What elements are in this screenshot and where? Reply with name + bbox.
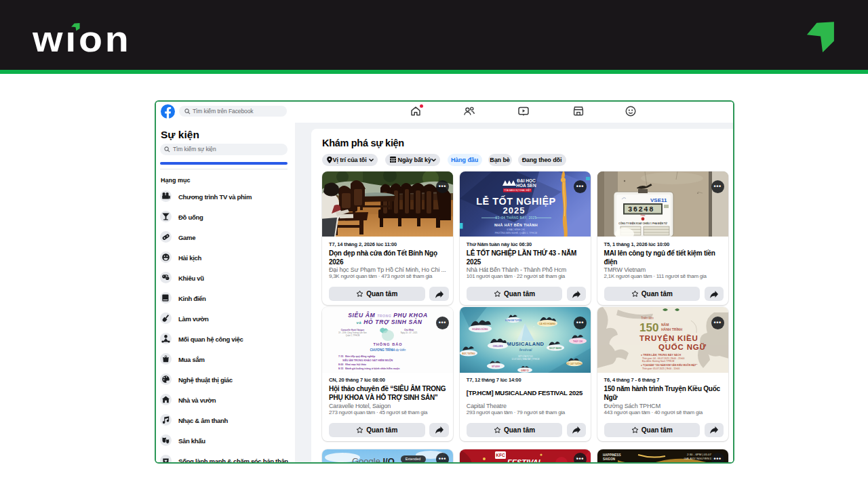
svg-text:Extended: Extended — [406, 457, 421, 461]
svg-text:Thời gian: 04 - 06.07.2025 | 9: Thời gian: 04 - 06.07.2025 | 9h00 - 21h0… — [642, 357, 685, 360]
svg-text:6 MẠC ĐĨNH CHI,: 6 MẠC ĐĨNH CHI, — [507, 227, 525, 230]
svg-text:Google I/O: Google I/O — [352, 456, 395, 464]
svg-text:THÙY CHI: THÙY CHI — [573, 340, 583, 343]
svg-text:03–04 THÁNG BẢY, 2025: 03–04 THÁNG BẢY, 2025 — [495, 215, 536, 219]
svg-text:Ngày 20 - 07 - 2025: Ngày 20 - 07 - 2025 — [401, 332, 418, 335]
svg-text:8:00 Khai mạc hội thảo: 8:00 Khai mạc hội thảo — [338, 363, 367, 366]
svg-text:MỞ CỬA TỰ DO: MỞ CỬA TỰ DO — [518, 354, 533, 358]
svg-text:QUỐC NGỮ: QUỐC NGỮ — [658, 342, 707, 351]
svg-text:VŨ CÁT TƯỜNG: VŨ CÁT TƯỜNG — [566, 362, 583, 365]
svg-text:SAIGON: SAIGON — [603, 458, 615, 461]
svg-text:BỨC TƯỜNG: BỨC TƯỜNG — [462, 352, 475, 355]
svg-text:PHƯỜNG BẾN NGHÉ, QUẬN 1, TPHCM: PHƯỜNG BẾN NGHÉ, QUẬN 1, TPHCM — [495, 230, 538, 234]
svg-text:Quận 1, TPHCM: Quận 1, TPHCM — [346, 335, 360, 338]
svg-text:150: 150 — [639, 321, 658, 334]
svg-text:NGỌT BAND: NGỌT BAND — [549, 347, 562, 350]
svg-text:MỸ ANH: MỸ ANH — [492, 365, 500, 368]
svg-text:Địa điểm: Đường Sách TPHCM: Địa điểm: Đường Sách TPHCM — [642, 360, 675, 363]
svg-text:2025: 2025 — [502, 205, 525, 215]
svg-text:NĂM: NĂM — [661, 323, 669, 327]
svg-text:Thời gian: 05.07.2025 | 9h00 -: Thời gian: 05.07.2025 | 9h00 - 11h00 — [642, 367, 680, 370]
svg-text:♪: ♪ — [533, 325, 534, 328]
svg-text:HỨA KIM TUYỀN: HỨA KIM TUYỀN — [505, 319, 521, 322]
svg-text:HOÀNG DŨNG: HOÀNG DŨNG — [472, 327, 488, 331]
svg-text:Chủ Nhật: Chủ Nhật — [404, 329, 414, 331]
svg-text:GREY D: GREY D — [521, 369, 529, 372]
svg-text:SIÊU ÂM TRONG KHẢO SÁT HIẾM MU: SIÊU ÂM TRONG KHẢO SÁT HIẾM MUỘN — [342, 359, 393, 362]
svg-text:● TRIỂN LÃM, TRƯNG BÀY SÁCH: ● TRIỂN LÃM, TRƯNG BÀY SÁCH — [641, 353, 681, 357]
svg-text:KFC: KFC — [496, 453, 505, 458]
svg-text:FESTIVAL: FESTIVAL — [507, 458, 543, 464]
svg-text:8:15 Đánh giá buồng trứng ở: 8:15 Đánh giá buồng trứng ở bệnh nhân hi… — [338, 367, 399, 370]
svg-text:CÁ HỒI HOANG: CÁ HỒI HOANG — [539, 322, 555, 325]
svg-text:Prime: Prime — [640, 214, 645, 217]
svg-text:HOA SEN: HOA SEN — [516, 183, 536, 188]
svg-text:HAPPINESS: HAPPINESS — [603, 453, 620, 457]
svg-text:HÀNH TRÌNH: HÀNH TRÌNH — [661, 327, 682, 331]
svg-text:Caravelle Hotel Saigon: Caravelle Hotel Saigon — [341, 329, 365, 331]
svg-text:TỎA SÁNG SỰ KHÁC BIỆT: TỎA SÁNG SỰ KHÁC BIỆT — [504, 188, 531, 192]
svg-text:MUSICALAND: MUSICALAND — [507, 341, 544, 347]
svg-text:36248: 36248 — [628, 205, 654, 214]
svg-text:CHƯƠNG TRÌNH dự kiến: CHƯƠNG TRÌNH dự kiến — [370, 347, 406, 352]
svg-text:TRUYỆN KIỀU: TRUYỆN KIỀU — [639, 334, 698, 343]
svg-text:7:15 Đón tiếp quý đồng nghiệ: 7:15 Đón tiếp quý đồng nghiệp — [338, 355, 376, 358]
svg-text:Triển lãm: Triển lãm — [641, 316, 654, 320]
svg-text:NHÀ HÁT BẾN THÀNH: NHÀ HÁT BẾN THÀNH — [494, 222, 538, 226]
svg-text:THÔNG BÁO: THÔNG BÁO — [373, 342, 402, 346]
svg-text:và HỖ TRỢ SINH SẢN: và HỖ TRỢ SINH SẢN — [356, 319, 422, 326]
svg-text:12.07.2025 | NHÀ HÁT | TP.: 12.07.2025 | NHÀ HÁT | TP.HCM — [511, 358, 540, 361]
svg-text:2:30 - 6PM | 05.07: 2:30 - 6PM | 05.07 — [687, 453, 711, 456]
svg-text:VSE11: VSE11 — [650, 197, 667, 203]
svg-text:● TỌA ĐÀM “150 NĂM KIM VÂN KIỀ: ● TỌA ĐÀM “150 NĂM KIM VÂN KIỀU MUÔN MẶT… — [641, 363, 698, 367]
svg-text:CÔNG TY ĐIỆN XOAY CHIỀU 1 PHA: CÔNG TY ĐIỆN XOAY CHIỀU 1 PHA ĐIỆN TỬ — [618, 222, 667, 225]
svg-text:CHILLIES: CHILLIES — [493, 345, 503, 348]
svg-text:ĐẠI HỌC: ĐẠI HỌC — [517, 178, 536, 183]
svg-text:GALAXY NGUYỄN DU: GALAXY NGUYỄN DU — [684, 457, 714, 460]
svg-text:festival: festival — [519, 348, 532, 352]
